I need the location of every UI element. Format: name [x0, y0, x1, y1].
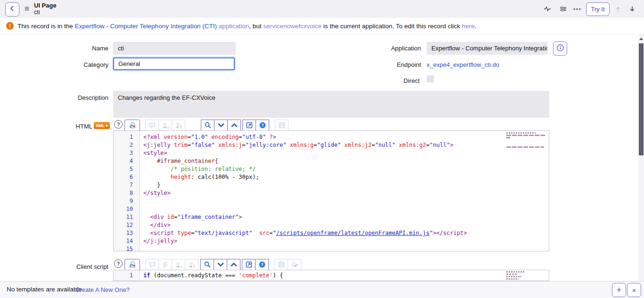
- save-button: [275, 120, 289, 131]
- xml-badge-label: XML: [96, 123, 105, 128]
- scrollbar-thumb[interactable]: [639, 43, 644, 155]
- editor-help-button[interactable]: ?: [255, 259, 269, 270]
- code-line: 1if (document.readyState === 'complete')…: [114, 272, 549, 280]
- direct-label: Direct: [339, 77, 420, 84]
- current-application-link[interactable]: servicenowefcxvoice: [263, 23, 322, 30]
- html-field-help-icon[interactable]: ?: [114, 120, 123, 129]
- toggle-comment-button: [145, 259, 159, 270]
- open-new-window-button[interactable]: [242, 259, 256, 270]
- activity-stream-icon[interactable]: [542, 4, 553, 14]
- application-info-button[interactable]: [553, 41, 567, 56]
- application-label: Application: [341, 45, 421, 52]
- next-record-icon[interactable]: [627, 4, 637, 14]
- name-label: Name: [28, 45, 108, 52]
- code-line: 6 height: calc(100% - 30px);: [114, 173, 549, 181]
- svg-text:ab: ab: [176, 122, 180, 126]
- scrollbar-up-arrow-icon[interactable]: [639, 38, 643, 40]
- create-template-link[interactable]: Create A New One?: [75, 286, 130, 293]
- find-next-button[interactable]: [214, 120, 228, 131]
- code-line: 10: [114, 205, 549, 213]
- warning-text-part: is the current application. To edit this…: [322, 23, 462, 30]
- more-options-icon[interactable]: •••: [572, 4, 583, 14]
- code-line: 2<j:jelly trim="false" xmlns:j="jelly:co…: [114, 141, 549, 149]
- html-editor-toolbar: abacab?: [124, 119, 289, 131]
- description-label: Description: [28, 94, 108, 101]
- svg-text:ac: ac: [180, 265, 182, 268]
- category-label: Category: [28, 61, 108, 68]
- direct-checkbox: [427, 75, 434, 82]
- svg-text:ab: ab: [189, 262, 193, 265]
- code-minimap: [506, 132, 547, 149]
- replace-button: abac: [172, 259, 185, 270]
- menu-icon[interactable]: ≡: [23, 4, 31, 14]
- html-code-editor[interactable]: 1<?xml version="1.0" encoding="utf-8" ?>…: [113, 130, 549, 251]
- xml-badge-arrow-icon: ▸: [106, 123, 108, 128]
- application-field: Expertflow - Computer Telephony Integrat…: [427, 42, 547, 55]
- code-line: 12 </div>: [114, 221, 549, 229]
- search-button[interactable]: [200, 259, 214, 270]
- back-icon: [8, 5, 16, 14]
- replace-all-button: ab: [185, 259, 198, 270]
- record-name: cti: [34, 9, 57, 16]
- name-field: cti: [113, 42, 236, 55]
- close-icon: ×: [632, 286, 636, 294]
- code-line: 11 <div id="iframe_container">: [114, 213, 549, 221]
- replace-all-button: ab: [172, 120, 185, 131]
- code-line: 13 <script type="text/javascript" src="/…: [114, 229, 549, 237]
- find-previous-button[interactable]: [227, 120, 241, 131]
- code-line: 4 #iframe_container{: [114, 157, 549, 165]
- format-code-button[interactable]: [124, 259, 140, 270]
- format-code-button[interactable]: [124, 120, 140, 131]
- code-line: 14</j:jelly>: [114, 237, 549, 245]
- code-line: 3<style>: [114, 149, 549, 157]
- xml-badge[interactable]: XML ▸: [94, 122, 110, 129]
- close-template-bar-button[interactable]: ×: [627, 283, 641, 297]
- find-next-button[interactable]: [214, 259, 227, 270]
- page-title: UI Page cti: [34, 2, 57, 16]
- plus-icon: +: [617, 285, 622, 295]
- html-label: HTML: [28, 123, 92, 130]
- editor-help-button[interactable]: ?: [256, 120, 269, 131]
- page-scrollbar[interactable]: [638, 34, 644, 281]
- syntax-check-button: [288, 259, 301, 270]
- code-line: 9: [114, 197, 549, 205]
- svg-text:ab: ab: [176, 262, 180, 265]
- code-line: 1<?xml version="1.0" encoding="utf-8" ?>: [114, 133, 549, 141]
- code-line: 7 }: [114, 181, 549, 189]
- header-bar: ≡ UI Page cti ••• Try It: [0, 0, 644, 18]
- client-script-toolbar: abacab?: [124, 258, 301, 271]
- back-button[interactable]: [5, 2, 19, 16]
- code-line: 8</style>: [114, 189, 549, 197]
- category-select[interactable]: General: [113, 57, 235, 70]
- ui-page-form-screen: ≡ UI Page cti ••• Try It ! This record i…: [0, 0, 644, 298]
- warning-text-part: .: [475, 23, 477, 30]
- record-type-title: UI Page: [34, 2, 57, 9]
- client-script-label: Client script: [28, 263, 108, 270]
- description-field: Changes regarding the EF-CXVoice: [113, 91, 549, 118]
- personalize-icon[interactable]: [558, 4, 568, 14]
- open-new-window-button[interactable]: [242, 120, 256, 131]
- warning-icon: !: [6, 22, 14, 30]
- application-warning-banner: ! This record is in the Expertflow - Com…: [0, 18, 644, 34]
- try-it-button[interactable]: Try It: [586, 2, 610, 16]
- template-bar: No templates are available Create A New …: [0, 281, 644, 298]
- info-icon: [556, 44, 564, 54]
- warning-text: This record is in the Expertflow - Compu…: [17, 23, 477, 30]
- code-line: 15: [114, 245, 549, 251]
- endpoint-label: Endpoint: [341, 61, 421, 68]
- code-line: 5 /* position: relative; */: [114, 165, 549, 173]
- record-application-link[interactable]: Expertflow - Computer Telephony Integrat…: [75, 23, 217, 30]
- no-templates-message: No templates are available: [7, 286, 82, 293]
- save-button: [274, 259, 288, 270]
- client-script-help-icon[interactable]: ?: [114, 259, 123, 268]
- client-script-editor[interactable]: 1if (document.readyState === 'complete')…: [113, 270, 549, 281]
- add-template-button[interactable]: +: [612, 283, 626, 297]
- svg-text:ac: ac: [166, 126, 169, 129]
- application-word-link[interactable]: application: [217, 23, 249, 30]
- svg-text:?: ?: [261, 262, 264, 267]
- find-previous-button[interactable]: [227, 259, 240, 270]
- search-button[interactable]: [201, 120, 215, 131]
- endpoint-link[interactable]: x_expe4_expertflow_cti.do: [427, 61, 499, 68]
- edit-here-link[interactable]: here: [462, 23, 475, 30]
- warning-text-part: This record is in the: [17, 23, 75, 30]
